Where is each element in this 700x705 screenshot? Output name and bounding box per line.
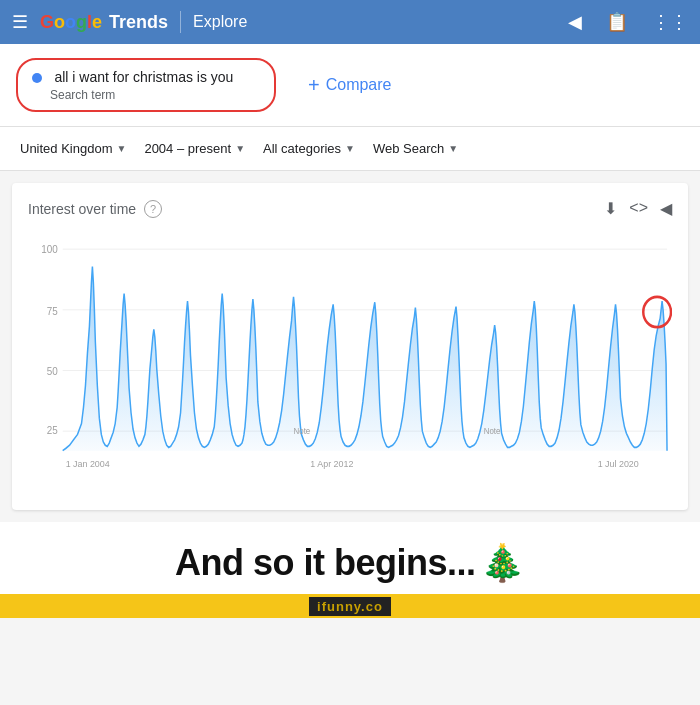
- svg-text:Note: Note: [484, 426, 501, 436]
- svg-text:1 Apr 2012: 1 Apr 2012: [310, 459, 353, 469]
- search-term-box[interactable]: all i want for christmas is you Search t…: [16, 58, 276, 112]
- svg-text:25: 25: [47, 425, 58, 436]
- logo-text: Google: [40, 12, 102, 33]
- google-trends-logo: Google Trends: [40, 12, 168, 33]
- svg-text:75: 75: [47, 306, 58, 317]
- ifunny-watermark: ifunny.co: [0, 594, 700, 618]
- date-label: 2004 – present: [144, 141, 231, 156]
- search-term-sublabel: Search term: [32, 88, 260, 102]
- trends-text: Trends: [104, 12, 168, 33]
- search-term-dot: [32, 73, 42, 83]
- chart-container: 100 75 50 25 1 Jan 2004: [28, 234, 672, 494]
- download-icon[interactable]: ⬇: [604, 199, 617, 218]
- date-arrow-icon: ▼: [235, 143, 245, 154]
- search-type-arrow-icon: ▼: [448, 143, 458, 154]
- app-header: ☰ Google Trends Explore ◀ 📋 ⋮⋮: [0, 0, 700, 44]
- share-icon[interactable]: ◀: [568, 11, 582, 33]
- search-area: all i want for christmas is you Search t…: [0, 44, 700, 127]
- caption-text: And so it begins...: [175, 542, 476, 583]
- category-label: All categories: [263, 141, 341, 156]
- svg-text:Note: Note: [294, 426, 311, 436]
- embed-icon[interactable]: <>: [629, 199, 648, 218]
- svg-text:1 Jan 2004: 1 Jan 2004: [66, 459, 110, 469]
- chart-title-area: Interest over time ?: [28, 200, 162, 218]
- menu-icon[interactable]: ☰: [12, 11, 28, 33]
- category-filter[interactable]: All categories ▼: [259, 137, 359, 160]
- svg-text:50: 50: [47, 365, 58, 376]
- bottom-caption-area: And so it begins... 🎄: [0, 522, 700, 594]
- date-filter[interactable]: 2004 – present ▼: [140, 137, 249, 160]
- search-term-text: all i want for christmas is you: [54, 69, 233, 85]
- explore-label[interactable]: Explore: [193, 13, 247, 31]
- watermark-text: ifunny.co: [309, 597, 391, 616]
- region-arrow-icon: ▼: [117, 143, 127, 154]
- alert-icon[interactable]: 📋: [606, 11, 628, 33]
- search-type-label: Web Search: [373, 141, 444, 156]
- interest-over-time-section: Interest over time ? ⬇ <> ◀ 100 75 50 25: [12, 183, 688, 510]
- interest-chart: 100 75 50 25 1 Jan 2004: [28, 234, 672, 494]
- chart-actions: ⬇ <> ◀: [604, 199, 672, 218]
- apps-grid-icon[interactable]: ⋮⋮: [652, 11, 688, 33]
- svg-text:100: 100: [41, 244, 58, 255]
- tree-emoji: 🎄: [480, 542, 525, 583]
- compare-button[interactable]: + Compare: [296, 66, 404, 105]
- header-divider: [180, 11, 181, 33]
- region-label: United Kingdom: [20, 141, 113, 156]
- svg-point-13: [643, 297, 671, 327]
- chart-share-icon[interactable]: ◀: [660, 199, 672, 218]
- svg-text:1 Jul 2020: 1 Jul 2020: [598, 459, 639, 469]
- compare-plus-icon: +: [308, 74, 320, 97]
- chart-help-icon[interactable]: ?: [144, 200, 162, 218]
- compare-label: Compare: [326, 76, 392, 94]
- search-type-filter[interactable]: Web Search ▼: [369, 137, 462, 160]
- chart-header: Interest over time ? ⬇ <> ◀: [28, 199, 672, 218]
- chart-title: Interest over time: [28, 201, 136, 217]
- region-filter[interactable]: United Kingdom ▼: [16, 137, 130, 160]
- filter-bar: United Kingdom ▼ 2004 – present ▼ All ca…: [0, 127, 700, 171]
- category-arrow-icon: ▼: [345, 143, 355, 154]
